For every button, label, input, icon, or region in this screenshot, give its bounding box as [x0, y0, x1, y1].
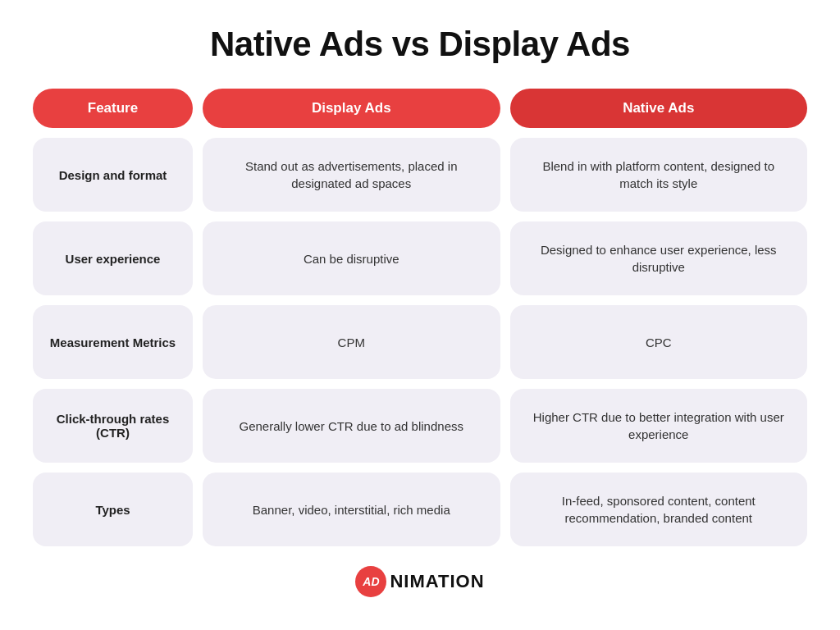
native-ctr: Higher CTR due to better integration wit… — [510, 389, 808, 463]
display-ux: Can be disruptive — [203, 221, 500, 295]
ad-logo: AD — [355, 566, 386, 597]
feature-types: Types — [33, 472, 193, 546]
branding-footer: AD NIMATION — [355, 566, 484, 597]
native-types: In-feed, sponsored content, content reco… — [510, 472, 808, 546]
header-display: Display Ads — [203, 89, 500, 128]
native-metrics: CPC — [510, 305, 808, 379]
feature-ctr: Click-through rates (CTR) — [33, 389, 193, 463]
comparison-table: Feature Display Ads Native Ads Design an… — [33, 89, 807, 546]
feature-ux: User experience — [33, 221, 193, 295]
brand-name-text: NIMATION — [390, 571, 484, 591]
display-metrics: CPM — [203, 305, 500, 379]
feature-metrics: Measurement Metrics — [33, 305, 193, 379]
display-types: Banner, video, interstitial, rich media — [203, 472, 500, 546]
table-grid: Feature Display Ads Native Ads Design an… — [33, 89, 807, 546]
logo-ad-text: AD — [363, 575, 379, 588]
display-design: Stand out as advertisements, placed in d… — [203, 138, 500, 212]
native-design: Blend in with platform content, designed… — [510, 138, 808, 212]
feature-design: Design and format — [33, 138, 193, 212]
display-ctr: Generally lower CTR due to ad blindness — [203, 389, 500, 463]
header-native: Native Ads — [510, 89, 808, 128]
native-ux: Designed to enhance user experience, les… — [510, 221, 808, 295]
brand-name: NIMATION — [390, 571, 484, 592]
header-feature: Feature — [33, 89, 193, 128]
page-title: Native Ads vs Display Ads — [210, 25, 630, 64]
